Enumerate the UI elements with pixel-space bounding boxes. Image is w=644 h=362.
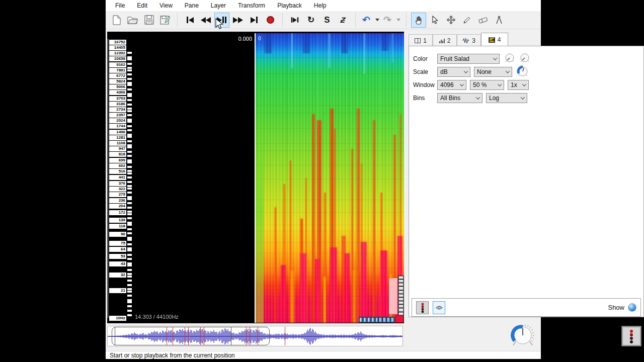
selection-sub-line	[115, 327, 115, 345]
edit-tool-button[interactable]	[443, 13, 458, 28]
piano-key	[127, 188, 132, 190]
menu-item-transform[interactable]: Transform	[232, 1, 271, 10]
freq-scale-label: 43	[109, 261, 126, 266]
pane-tab-bar: 1 2 3 4	[409, 33, 508, 46]
window-overlap-select[interactable]: 50 %	[470, 80, 504, 90]
tab-1[interactable]: 1	[409, 34, 433, 46]
overlay-mode-button[interactable]	[433, 301, 445, 314]
tab-label: 1	[423, 37, 427, 44]
play-selection-toggle[interactable]	[287, 13, 302, 28]
piano-key	[127, 52, 132, 54]
save-button[interactable]	[141, 13, 156, 28]
overview-red-marker	[167, 327, 167, 345]
fast-forward-button[interactable]	[230, 13, 246, 28]
gain-knob[interactable]	[518, 52, 531, 65]
oversampling-select[interactable]: 1x	[508, 80, 529, 90]
piano-key	[127, 93, 132, 95]
piano-key	[127, 239, 132, 241]
normalize-select[interactable]: None	[474, 67, 512, 77]
record-icon	[267, 16, 274, 24]
menu-item-help[interactable]: Help	[308, 1, 332, 10]
measure-tool-button[interactable]	[492, 13, 507, 28]
overview-red-marker	[258, 327, 258, 345]
level-meter-button[interactable]	[622, 326, 641, 346]
undo-button[interactable]: ↶	[360, 13, 372, 28]
toolbar-separator	[282, 14, 283, 27]
piano-key	[127, 185, 132, 187]
overview-red-marker	[285, 327, 285, 345]
select-tool-button[interactable]	[427, 13, 442, 28]
piano-key	[127, 144, 132, 146]
playback-speed-knob[interactable]	[510, 323, 536, 348]
piano-key	[127, 172, 132, 174]
scale-select[interactable]: dB	[437, 67, 470, 77]
freq-scale-label: 376	[109, 181, 126, 186]
bins-label: Bins	[413, 95, 437, 102]
erase-tool-button[interactable]	[475, 13, 491, 28]
piano-key	[127, 213, 132, 215]
piano-key	[127, 119, 132, 121]
piano-key	[127, 273, 132, 275]
piano-key	[127, 192, 132, 194]
zoom-wheel-segment	[398, 301, 404, 304]
menu-item-playback[interactable]: Playback	[272, 1, 307, 10]
menu-item-view[interactable]: View	[154, 1, 178, 10]
freq-scale-label: 602	[109, 163, 126, 168]
navigate-tool-button[interactable]	[411, 13, 426, 28]
piano-key	[127, 262, 132, 264]
skip-start-button[interactable]	[182, 13, 197, 28]
fader-meter-icon	[628, 329, 634, 344]
redo-dropdown[interactable]	[394, 13, 401, 28]
piano-key	[127, 299, 132, 301]
tab-2[interactable]: 2	[433, 34, 457, 46]
undo-dropdown[interactable]	[373, 13, 380, 28]
horizontal-zoom-wheel[interactable]	[359, 317, 395, 323]
zoom-wheel-segment	[398, 312, 404, 315]
color-select[interactable]: Fruit Salad	[437, 54, 500, 64]
freq-scale-label: 16752	[109, 40, 126, 45]
overview-panel[interactable]	[107, 326, 403, 346]
draw-tool-button[interactable]	[459, 13, 474, 28]
align-toggle[interactable]: Z	[336, 13, 351, 28]
export-button[interactable]	[157, 13, 173, 28]
show-toggle-led[interactable]	[628, 303, 636, 312]
menu-item-layer[interactable]: Layer	[205, 1, 231, 10]
dropdown-arrow-icon	[375, 19, 379, 21]
new-file-button[interactable]	[109, 13, 124, 28]
spectrogram-pane[interactable]: 1675214405123921065891627881677258245006…	[107, 32, 404, 323]
solo-toggle[interactable]: S	[319, 13, 335, 28]
undo-icon: ↶	[362, 14, 370, 26]
zoom-wheel-segment	[398, 294, 404, 297]
tab-4[interactable]: 4	[481, 33, 508, 46]
threshold-knob[interactable]	[516, 65, 530, 78]
rewind-button[interactable]	[198, 13, 213, 28]
menu-bar: FileEditViewPaneLayerTransformPlaybackHe…	[106, 0, 541, 11]
tab-3[interactable]: 3	[457, 34, 481, 46]
redo-button[interactable]: ↷	[381, 13, 393, 28]
mouse-cursor	[215, 18, 223, 30]
toolbar: ↻ S Z ↶ ↷	[106, 11, 541, 29]
zoom-reset-button[interactable]	[395, 315, 404, 323]
bins-scale-select[interactable]: Log	[486, 93, 527, 103]
menu-item-file[interactable]: File	[110, 1, 130, 10]
record-button[interactable]	[263, 13, 278, 28]
level-fader-button[interactable]	[416, 301, 429, 314]
freq-scale-label: 5006	[109, 84, 126, 89]
spectrogram-view[interactable]	[256, 33, 404, 323]
colour-rotation-knob[interactable]	[503, 52, 516, 65]
zoom-wheel-segment	[363, 317, 367, 322]
zoom-wheel-segment	[375, 317, 379, 322]
menu-item-edit[interactable]: Edit	[131, 1, 153, 10]
freq-scale-label: 441	[109, 175, 126, 180]
zoom-wheel-segment	[398, 283, 404, 286]
freq-scale-label: 322	[109, 187, 126, 192]
window-size-select[interactable]: 4096	[437, 80, 466, 90]
piano-key	[127, 217, 132, 219]
play-loop-toggle[interactable]: ↻	[303, 13, 318, 28]
menu-item-pane[interactable]: Pane	[179, 1, 204, 10]
open-file-button[interactable]	[125, 13, 140, 28]
piano-key	[127, 222, 132, 224]
skip-end-button[interactable]	[247, 13, 262, 28]
bins-select[interactable]: All Bins	[437, 93, 482, 103]
overview-red-marker	[204, 327, 204, 345]
